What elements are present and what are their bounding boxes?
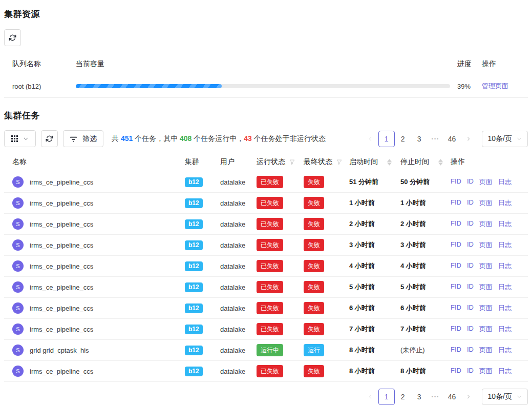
action-link-页面[interactable]: 页面 bbox=[479, 282, 493, 292]
page: 集群资源 队列名称 当前容量 进度 操作 root (b12) 39% 管理页面 bbox=[0, 0, 532, 405]
pagination-ellipsis[interactable]: ••• bbox=[428, 131, 444, 147]
pagination-prev-button[interactable] bbox=[362, 131, 378, 147]
page-size-select[interactable]: 10条/页 bbox=[482, 389, 528, 405]
action-link-日志[interactable]: 日志 bbox=[498, 282, 512, 292]
user-name: datalake bbox=[220, 241, 257, 249]
col-cluster: 集群 bbox=[185, 157, 220, 167]
action-link-id[interactable]: ID bbox=[467, 261, 474, 271]
funnel-icon[interactable] bbox=[336, 159, 342, 165]
capacity-progress-fill bbox=[76, 84, 222, 88]
action-link-页面[interactable]: 页面 bbox=[479, 219, 493, 229]
layout-switcher-button[interactable] bbox=[4, 130, 36, 147]
not-running-task-count: 43 bbox=[244, 134, 252, 143]
pagination-next-button[interactable] bbox=[460, 389, 477, 405]
resources-refresh-button[interactable] bbox=[4, 29, 21, 46]
start-time: 8 小时前 bbox=[349, 367, 400, 376]
action-link-id[interactable]: ID bbox=[467, 240, 474, 250]
tasks-refresh-button[interactable] bbox=[41, 130, 58, 147]
pagination-page-46[interactable]: 46 bbox=[444, 389, 460, 405]
row-actions: FIDID页面日志 bbox=[451, 346, 520, 355]
action-link-页面[interactable]: 页面 bbox=[479, 346, 493, 355]
action-link-日志[interactable]: 日志 bbox=[498, 261, 512, 271]
action-link-页面[interactable]: 页面 bbox=[479, 367, 493, 376]
task-row: S irms_ce_pipeline_ccs b12 datalake 已失败 … bbox=[4, 361, 528, 382]
pagination-page-1[interactable]: 1 bbox=[378, 389, 395, 405]
run-status-badge: 已失败 bbox=[257, 365, 283, 377]
action-link-fid[interactable]: FID bbox=[451, 367, 461, 376]
task-name: irms_ce_pipeline_ccs bbox=[30, 241, 93, 249]
sort-carets-icon[interactable] bbox=[438, 159, 443, 166]
action-link-fid[interactable]: FID bbox=[451, 219, 461, 229]
start-time: 4 小时前 bbox=[349, 261, 400, 271]
action-link-fid[interactable]: FID bbox=[451, 282, 461, 292]
action-link-id[interactable]: ID bbox=[467, 198, 474, 208]
pagination-page-2[interactable]: 2 bbox=[395, 389, 411, 405]
pagination-prev-button[interactable] bbox=[362, 389, 378, 405]
manage-page-link[interactable]: 管理页面 bbox=[482, 82, 508, 90]
queue-name: root (b12) bbox=[12, 83, 72, 90]
sort-carets-icon[interactable] bbox=[387, 159, 392, 166]
action-link-id[interactable]: ID bbox=[467, 325, 474, 334]
task-name: irms_ce_pipeline_ccs bbox=[30, 262, 93, 270]
task-row: S irms_ce_pipeline_ccs b12 datalake 已失败 … bbox=[4, 235, 528, 256]
action-link-日志[interactable]: 日志 bbox=[498, 303, 512, 313]
action-link-fid[interactable]: FID bbox=[451, 240, 461, 250]
pagination-page-1[interactable]: 1 bbox=[378, 131, 395, 147]
sync-icon bbox=[46, 135, 53, 143]
action-link-日志[interactable]: 日志 bbox=[498, 219, 512, 229]
cluster-badge: b12 bbox=[185, 177, 203, 187]
action-link-页面[interactable]: 页面 bbox=[479, 261, 493, 271]
action-link-id[interactable]: ID bbox=[467, 282, 474, 292]
pagination-page-46[interactable]: 46 bbox=[444, 131, 460, 147]
action-link-id[interactable]: ID bbox=[467, 177, 474, 187]
cluster-badge: b12 bbox=[185, 219, 203, 229]
pagination-next-button[interactable] bbox=[460, 131, 477, 147]
tasks-toolbar: 筛选 共 451 个任务，其中 408 个任务运行中，43 个任务处于非运行状态… bbox=[4, 130, 528, 147]
final-status-badge: 失败 bbox=[304, 302, 324, 314]
col-queue-name: 队列名称 bbox=[12, 59, 72, 69]
final-status-badge: 失败 bbox=[304, 218, 324, 230]
chevron-down-icon bbox=[23, 136, 29, 141]
stop-time: 6 小时前 bbox=[400, 303, 451, 313]
action-link-页面[interactable]: 页面 bbox=[479, 325, 493, 334]
action-link-id[interactable]: ID bbox=[467, 367, 474, 376]
action-link-fid[interactable]: FID bbox=[451, 303, 461, 313]
user-name: datalake bbox=[220, 220, 257, 228]
action-link-id[interactable]: ID bbox=[467, 303, 474, 313]
filter-button[interactable]: 筛选 bbox=[63, 130, 103, 147]
pagination-ellipsis[interactable]: ••• bbox=[428, 389, 444, 405]
funnel-icon[interactable] bbox=[289, 159, 295, 165]
action-link-页面[interactable]: 页面 bbox=[479, 177, 493, 187]
page-size-select[interactable]: 10条/页 bbox=[482, 131, 528, 147]
pagination-page-3[interactable]: 3 bbox=[411, 389, 428, 405]
avatar: S bbox=[12, 239, 24, 251]
top-pager-group: 123•••46 10条/页 bbox=[362, 131, 528, 147]
action-link-fid[interactable]: FID bbox=[451, 198, 461, 208]
action-link-fid[interactable]: FID bbox=[451, 177, 461, 187]
action-link-日志[interactable]: 日志 bbox=[498, 177, 512, 187]
action-link-页面[interactable]: 页面 bbox=[479, 240, 493, 250]
user-name: datalake bbox=[220, 305, 257, 312]
final-status-badge: 失败 bbox=[304, 176, 324, 188]
action-link-日志[interactable]: 日志 bbox=[498, 367, 512, 376]
action-link-fid[interactable]: FID bbox=[451, 325, 461, 334]
pagination-page-3[interactable]: 3 bbox=[411, 131, 428, 147]
action-link-id[interactable]: ID bbox=[467, 346, 474, 355]
final-status-badge: 失败 bbox=[304, 281, 324, 293]
action-link-日志[interactable]: 日志 bbox=[498, 346, 512, 355]
user-name: datalake bbox=[220, 368, 257, 375]
action-link-页面[interactable]: 页面 bbox=[479, 303, 493, 313]
pagination-page-2[interactable]: 2 bbox=[395, 131, 411, 147]
action-link-fid[interactable]: FID bbox=[451, 261, 461, 271]
action-link-页面[interactable]: 页面 bbox=[479, 198, 493, 208]
start-time: 3 小时前 bbox=[349, 240, 400, 250]
start-time: 6 小时前 bbox=[349, 303, 400, 313]
action-link-日志[interactable]: 日志 bbox=[498, 325, 512, 334]
action-link-日志[interactable]: 日志 bbox=[498, 198, 512, 208]
task-name-cell: S irms_ce_pipeline_ccs bbox=[12, 366, 185, 377]
action-link-日志[interactable]: 日志 bbox=[498, 240, 512, 250]
action-link-fid[interactable]: FID bbox=[451, 346, 461, 355]
row-actions: FIDID页面日志 bbox=[451, 240, 520, 250]
action-link-id[interactable]: ID bbox=[467, 219, 474, 229]
stop-time: (未停止) bbox=[400, 346, 451, 355]
